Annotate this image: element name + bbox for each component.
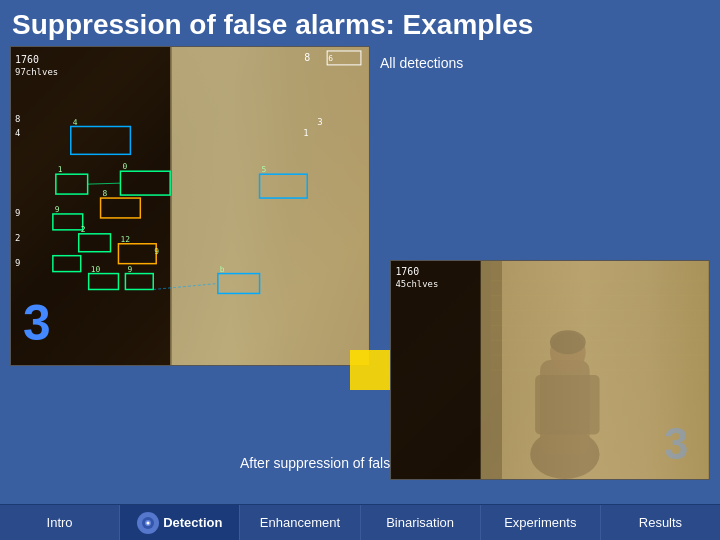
svg-text:2: 2 [15, 232, 20, 242]
svg-point-53 [530, 429, 599, 479]
svg-rect-1 [11, 47, 170, 365]
svg-rect-42 [391, 261, 490, 479]
svg-rect-35 [125, 273, 153, 289]
svg-text:9: 9 [154, 246, 159, 255]
svg-rect-18 [101, 198, 141, 218]
detection-label: Detection [163, 515, 222, 530]
svg-text:0: 0 [122, 162, 127, 171]
svg-text:1: 1 [58, 165, 63, 174]
svg-text:9: 9 [127, 264, 132, 273]
svg-text:1: 1 [303, 128, 308, 138]
left-camera-background: 1760 97chlves 8 6 8 4 4 3 1 0 [11, 47, 369, 365]
svg-text:6: 6 [328, 54, 333, 63]
svg-text:4: 4 [73, 117, 78, 126]
svg-rect-28 [118, 243, 156, 263]
svg-text:8: 8 [15, 113, 20, 123]
svg-rect-9 [71, 126, 131, 154]
svg-rect-20 [260, 174, 308, 198]
experiments-label: Experiments [504, 515, 576, 530]
svg-rect-0 [170, 47, 369, 365]
svg-text:1760: 1760 [15, 53, 39, 64]
svg-text:2: 2 [81, 224, 86, 233]
left-image-block: 1760 97chlves 8 6 8 4 4 3 1 0 [10, 46, 370, 366]
svg-text:97chlves: 97chlves [15, 66, 58, 76]
binarisation-label: Binarisation [386, 515, 454, 530]
svg-text:10: 10 [91, 264, 101, 273]
page-title: Suppression of false alarms: Examples [0, 0, 720, 46]
svg-rect-15 [56, 174, 88, 194]
svg-point-61 [147, 521, 150, 524]
svg-text:3: 3 [23, 295, 51, 351]
svg-text:3: 3 [664, 420, 688, 468]
svg-text:4: 4 [15, 128, 20, 138]
left-image-frame: 1760 97chlves 8 6 8 4 4 3 1 0 [10, 46, 370, 366]
detection-icon [137, 512, 159, 534]
bottom-nav: Intro Detection Enhancement Binarisation… [0, 504, 720, 540]
svg-text:9: 9 [55, 205, 60, 214]
svg-rect-26 [79, 233, 111, 251]
results-label: Results [639, 515, 682, 530]
svg-text:12: 12 [120, 234, 130, 243]
svg-point-56 [550, 330, 586, 354]
svg-rect-57 [535, 375, 599, 434]
svg-text:1760: 1760 [395, 266, 419, 277]
svg-rect-43 [481, 261, 709, 479]
right-detection-svg: 1760 45chlves 3 [391, 261, 709, 479]
enhancement-label: Enhancement [260, 515, 340, 530]
svg-rect-32 [53, 255, 81, 271]
svg-text:9: 9 [15, 257, 20, 267]
svg-text:45chlves: 45chlves [395, 279, 438, 289]
svg-rect-37 [218, 273, 260, 293]
svg-text:5: 5 [262, 165, 267, 174]
svg-point-55 [550, 332, 586, 372]
svg-line-39 [153, 283, 218, 289]
svg-text:9: 9 [15, 208, 20, 218]
nav-item-binarisation[interactable]: Binarisation [361, 505, 481, 540]
svg-rect-23 [53, 214, 83, 230]
svg-text:8: 8 [103, 189, 108, 198]
nav-item-experiments[interactable]: Experiments [481, 505, 601, 540]
nav-item-detection[interactable]: Detection [120, 505, 240, 540]
nav-item-intro[interactable]: Intro [0, 505, 120, 540]
nav-item-enhancement[interactable]: Enhancement [240, 505, 360, 540]
svg-rect-33 [89, 273, 119, 289]
svg-line-17 [88, 183, 121, 184]
svg-rect-5 [327, 51, 361, 65]
svg-text:3: 3 [317, 116, 322, 126]
detection-svg: 1760 97chlves 8 6 8 4 4 3 1 0 [11, 47, 369, 365]
svg-text:b: b [220, 264, 225, 273]
svg-rect-54 [540, 360, 590, 454]
all-detections-label: All detections [380, 54, 463, 74]
svg-text:8: 8 [304, 52, 310, 63]
right-camera-background: 1760 45chlves 3 [391, 261, 709, 479]
right-image-block: 1760 45chlves 3 [390, 260, 710, 480]
right-image-frame: 1760 45chlves 3 [390, 260, 710, 480]
svg-rect-13 [120, 171, 170, 195]
nav-item-results[interactable]: Results [601, 505, 720, 540]
intro-label: Intro [47, 515, 73, 530]
